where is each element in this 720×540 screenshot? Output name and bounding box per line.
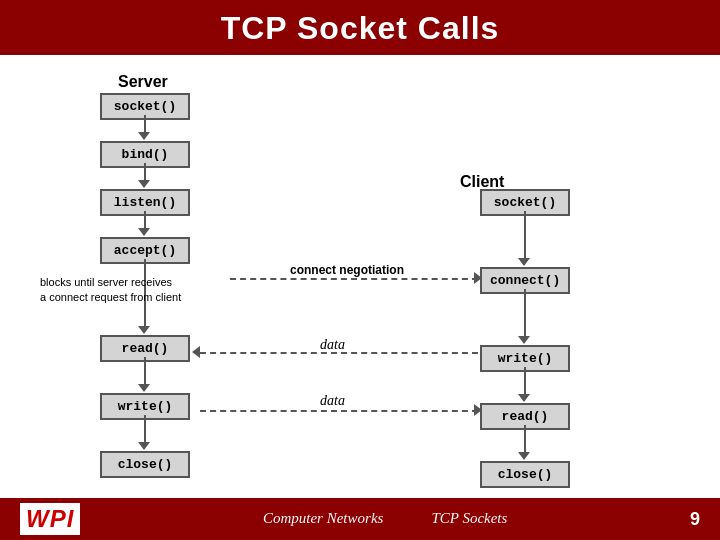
arrowhead-read-write bbox=[138, 384, 150, 392]
footer-page: 9 bbox=[690, 509, 700, 530]
arrowhead-cread-close bbox=[518, 452, 530, 460]
arrow-write-read bbox=[524, 367, 526, 395]
arrow-read-write bbox=[144, 357, 146, 385]
page-title: TCP Socket Calls bbox=[0, 10, 720, 47]
arrowhead-write-read bbox=[518, 394, 530, 402]
wpi-logo: WPI bbox=[20, 503, 80, 535]
arrowhead-connect-write bbox=[518, 336, 530, 344]
data1-label: data bbox=[320, 337, 345, 353]
connect-arrowhead bbox=[474, 272, 482, 284]
arrow-socket-bind bbox=[144, 115, 146, 133]
footer: WPI Computer Networks TCP Sockets 9 bbox=[0, 498, 720, 540]
data2-label: data bbox=[320, 393, 345, 409]
arrowhead-socket-bind bbox=[138, 132, 150, 140]
arrowhead-accept-read bbox=[138, 326, 150, 334]
connect-negotiation-line bbox=[230, 278, 478, 280]
arrow-listen-accept bbox=[144, 211, 146, 229]
arrowhead-write-close bbox=[138, 442, 150, 450]
data2-arrowhead bbox=[474, 404, 482, 416]
title-bar: TCP Socket Calls bbox=[0, 0, 720, 55]
arrow-write-close bbox=[144, 415, 146, 443]
arrowhead-listen-accept bbox=[138, 228, 150, 236]
connect-negotiation-label: connect negotiation bbox=[290, 263, 404, 277]
arrow-cread-close bbox=[524, 425, 526, 453]
main-content: Server Client socket() bind() listen() a… bbox=[0, 55, 720, 535]
arrow-csocket-connect bbox=[524, 211, 526, 259]
blocks-text: blocks until server receives a connect r… bbox=[40, 275, 181, 306]
client-close-box: close() bbox=[480, 461, 570, 488]
data2-line bbox=[200, 410, 478, 412]
wpi-logo-text: WPI bbox=[20, 503, 80, 535]
server-close-box: close() bbox=[100, 451, 190, 478]
data1-arrowhead bbox=[192, 346, 200, 358]
server-label: Server bbox=[118, 73, 168, 91]
arrow-connect-write bbox=[524, 289, 526, 337]
footer-center: Computer Networks TCP Sockets bbox=[263, 510, 507, 528]
arrowhead-bind-listen bbox=[138, 180, 150, 188]
arrow-bind-listen bbox=[144, 163, 146, 181]
arrowhead-csocket-connect bbox=[518, 258, 530, 266]
